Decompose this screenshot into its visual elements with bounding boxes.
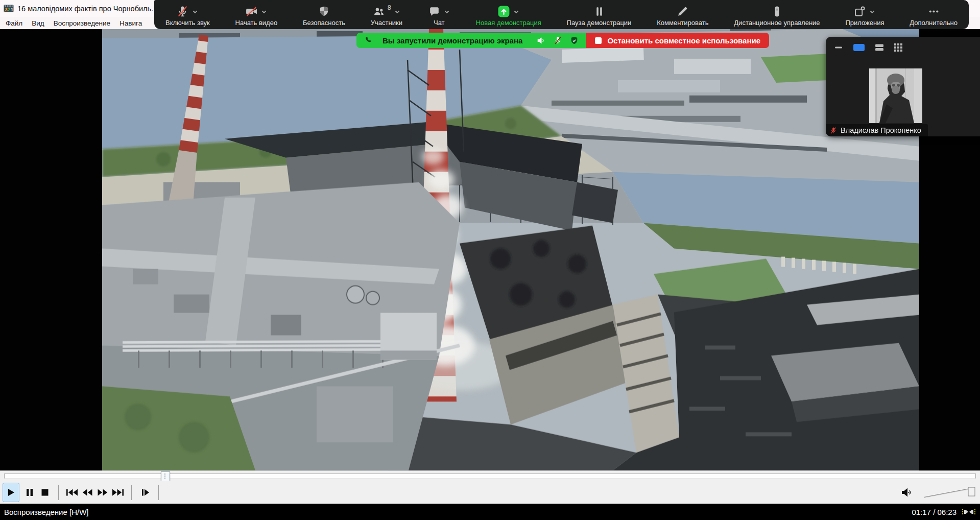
zoom-toolbar: Включить звук Начать видео Безопасность — [154, 0, 969, 29]
annotate-icon — [676, 5, 689, 18]
chevron-down-icon[interactable] — [260, 8, 268, 15]
audio-share-icon[interactable] — [537, 36, 546, 45]
speaker-icon[interactable] — [901, 487, 916, 498]
pause-share-button[interactable]: Пауза демонстрации — [564, 0, 635, 29]
controls-separator — [58, 485, 59, 500]
play-icon — [7, 488, 15, 497]
minimize-icon[interactable] — [834, 43, 843, 52]
fast-forward-icon — [97, 488, 108, 497]
stop-square-icon — [595, 37, 602, 44]
more-icon — [927, 5, 940, 18]
share-status-section: Вы запустили демонстрацию экрана — [356, 33, 586, 48]
volume-thumb[interactable] — [968, 487, 975, 496]
share-status-message: Вы запустили демонстрацию экрана — [383, 36, 522, 45]
menu-file[interactable]: Файл — [1, 17, 27, 29]
chat-button[interactable]: Чат — [425, 0, 453, 29]
chevron-down-icon[interactable] — [394, 8, 401, 15]
skip-back-button[interactable] — [64, 483, 80, 502]
skip-forward-button[interactable] — [110, 483, 126, 502]
svg-text:3: 3 — [5, 7, 8, 12]
participant-video-panel[interactable]: Владислав Прокопенко — [826, 37, 980, 136]
time-display: 01:17 / 06:23 — [912, 508, 957, 516]
more-button[interactable]: Дополнительно — [906, 0, 961, 29]
window-title: 16 маловідомих фактів про Чорнобиль. — [17, 5, 153, 13]
chat-icon — [428, 5, 441, 18]
foreground-site — [102, 182, 460, 470]
apps-button[interactable]: Приложения — [842, 0, 887, 29]
participants-count-badge: 8 — [388, 4, 391, 11]
participants-icon — [372, 5, 386, 18]
mpc-app-icon: 3 2 1 — [4, 4, 14, 13]
security-button[interactable]: Безопасность — [300, 0, 348, 29]
participant-video-thumbnail[interactable] — [869, 68, 922, 123]
stop-share-label: Остановить совместное использование — [607, 36, 760, 45]
screen-share-banner: Вы запустили демонстрацию экрана Останов… — [356, 33, 769, 48]
remote-control-button[interactable]: Дистанционное управление — [731, 0, 823, 29]
video-view-controls — [826, 37, 980, 52]
rewind-icon — [82, 488, 93, 497]
annotate-button[interactable]: Комментировать — [654, 0, 711, 29]
stop-share-button[interactable]: Остановить совместное использование — [586, 33, 769, 48]
shield-icon — [318, 5, 330, 18]
seek-thumb[interactable] — [161, 471, 170, 481]
play-button[interactable] — [3, 483, 19, 502]
new-share-button[interactable]: Новая демонстрация — [473, 0, 544, 29]
active-speaker-view-icon[interactable] — [853, 44, 865, 51]
stop-button[interactable] — [37, 483, 53, 502]
camera-muted-icon — [245, 5, 258, 18]
playback-status: Воспроизведение [H/W] — [4, 508, 88, 516]
chevron-down-icon[interactable] — [869, 8, 876, 15]
svg-text:1: 1 — [11, 7, 14, 12]
shield-check-icon[interactable] — [569, 36, 579, 45]
mic-muted-red-icon — [830, 127, 837, 134]
seek-bar[interactable] — [0, 470, 980, 481]
controls-separator — [131, 485, 132, 500]
pause-share-icon — [593, 5, 606, 18]
participant-selfie — [869, 68, 922, 123]
fast-forward-button[interactable] — [95, 483, 110, 502]
share-screen-icon — [497, 5, 510, 18]
video-display[interactable] — [102, 29, 919, 470]
chevron-down-icon[interactable] — [192, 8, 199, 15]
chevron-down-icon[interactable] — [513, 8, 520, 15]
player-controls — [0, 481, 980, 504]
participant-name: Владислав Прокопенко — [841, 126, 921, 134]
remote-control-icon — [771, 5, 783, 18]
stacked-view-icon[interactable] — [875, 44, 883, 51]
frame-step-button[interactable] — [137, 483, 153, 502]
menu-playback[interactable]: Воспроизведение — [49, 17, 115, 29]
phone-icon — [364, 35, 374, 45]
audio-status-icon — [962, 508, 976, 516]
seek-track[interactable] — [4, 474, 976, 479]
stop-icon — [41, 488, 49, 497]
svg-text:2: 2 — [8, 7, 10, 12]
participants-button[interactable]: 8 Участники — [368, 0, 405, 29]
volume-group — [901, 481, 977, 504]
skip-back-icon — [66, 488, 78, 497]
mic-muted-small-icon[interactable] — [554, 36, 562, 45]
status-bar: Воспроизведение [H/W] 01:17 / 06:23 — [0, 504, 980, 520]
frame-step-icon — [140, 488, 150, 497]
apps-icon — [853, 5, 866, 18]
rewind-button[interactable] — [80, 483, 95, 502]
menu-view[interactable]: Вид — [27, 17, 49, 29]
controls-separator — [158, 485, 159, 500]
chevron-down-icon[interactable] — [443, 8, 450, 15]
gallery-view-icon[interactable] — [894, 43, 902, 52]
chernobyl-video-frame — [102, 29, 919, 470]
pause-icon — [26, 488, 34, 497]
participant-name-bar: Владислав Прокопенко — [826, 124, 928, 136]
pause-button[interactable] — [22, 483, 37, 502]
menu-navigate[interactable]: Навига — [115, 17, 147, 29]
volume-slider[interactable] — [923, 486, 977, 499]
skip-forward-icon — [112, 488, 124, 497]
unmute-button[interactable]: Включить звук — [162, 0, 213, 29]
start-video-button[interactable]: Начать видео — [232, 0, 281, 29]
mic-muted-icon — [176, 5, 189, 18]
